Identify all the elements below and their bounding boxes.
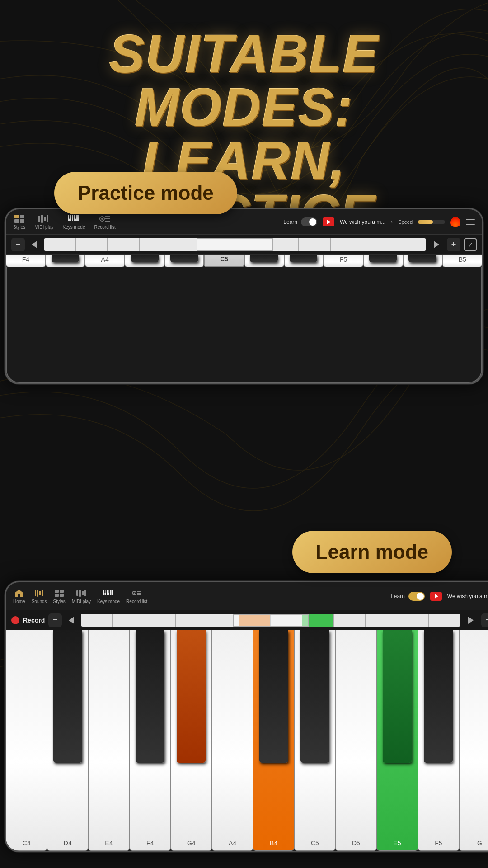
key-label-G4: G4 — [61, 256, 70, 263]
home-icon — [13, 588, 25, 598]
minimap-key — [76, 238, 108, 251]
minimap-key — [44, 238, 76, 251]
key-learn-F5[interactable]: F5 — [418, 630, 459, 851]
svg-rect-24 — [39, 591, 41, 595]
key-learn-E4[interactable]: E4 — [88, 630, 129, 851]
learn-piano-nav: Record − — [6, 610, 488, 630]
toolbar-record-list[interactable]: Record list — [94, 214, 116, 230]
key-learn-B4[interactable]: B4 — [253, 630, 294, 851]
record-list-label: Record list — [94, 225, 116, 230]
key-label-learn-G4: G4 — [187, 840, 196, 847]
key-C5[interactable]: C5 — [204, 255, 244, 267]
key-label-learn-G5: G — [477, 840, 482, 847]
key-learn-G4[interactable]: G4 — [171, 630, 212, 851]
key-label-learn-F4: F4 — [146, 840, 154, 847]
learn-toggle-bottom[interactable]: Learn — [391, 592, 425, 601]
key-A5[interactable]: A5 — [403, 255, 443, 267]
key-learn-D5[interactable]: D5 — [335, 630, 376, 851]
toolbar-styles-bottom[interactable]: Styles — [53, 588, 66, 604]
key-label-learn-C4: C4 — [23, 840, 31, 847]
practice-screen: Styles MIDI play — [5, 208, 483, 384]
key-D5[interactable]: D5 — [244, 255, 284, 267]
speed-label: Speed — [398, 219, 413, 225]
menu-button[interactable] — [466, 219, 475, 225]
keys-minimap[interactable] — [44, 238, 426, 251]
zoom-in-button-bottom[interactable]: + — [481, 613, 488, 627]
styles-icon — [14, 214, 25, 224]
minimap-key — [394, 238, 427, 251]
svg-rect-15 — [73, 215, 74, 219]
key-learn-C4[interactable]: C4 — [6, 630, 47, 851]
styles-label-bottom: Styles — [53, 599, 66, 604]
key-label-B4: B4 — [141, 256, 148, 263]
key-G5[interactable]: G5 — [363, 255, 403, 267]
minimap-key-b — [113, 614, 144, 627]
key-B5[interactable]: B5 — [442, 255, 482, 267]
nav-play-button[interactable] — [430, 238, 443, 251]
svg-rect-2 — [14, 219, 19, 223]
learn-switch[interactable] — [301, 217, 317, 226]
learn-toggle[interactable]: Learn — [283, 217, 317, 226]
key-F5[interactable]: F5 — [324, 255, 363, 267]
toolbar-keys-mode-bottom[interactable]: Keys mode — [97, 588, 120, 604]
key-label-learn-D5: D5 — [352, 840, 360, 847]
key-learn-E5[interactable]: E5 — [377, 630, 418, 851]
svg-rect-1 — [20, 215, 24, 218]
minimap-key-b — [397, 614, 429, 627]
key-G4[interactable]: G4 — [46, 255, 85, 267]
svg-rect-27 — [60, 590, 64, 593]
play-button-bottom[interactable] — [430, 592, 442, 601]
song-chevron-icon[interactable]: › — [391, 219, 393, 225]
learn-piano-keyboard: C4 D4 E4 F4 G4 A4 B4 — [6, 630, 488, 851]
toolbar-sounds[interactable]: Sounds — [32, 588, 47, 604]
key-C4[interactable]: C4 — [164, 255, 204, 267]
key-E5[interactable]: E5 — [284, 255, 324, 267]
key-learn-C5[interactable]: C5 — [294, 630, 335, 851]
learn-phone-frame: Home Sounds — [5, 581, 488, 852]
zoom-in-button[interactable]: + — [447, 238, 460, 251]
key-learn-G5[interactable]: G — [459, 630, 488, 851]
toolbar-record-list-bottom[interactable]: Record list — [126, 588, 147, 604]
scroll-left-button[interactable] — [28, 238, 40, 251]
record-button[interactable]: Record — [23, 617, 45, 624]
play-icon-bottom — [435, 594, 438, 599]
toolbar-midi-play-bottom[interactable]: MIDI play — [72, 588, 91, 604]
nav-play-button-bottom[interactable] — [464, 613, 478, 627]
svg-rect-22 — [35, 590, 36, 596]
key-learn-A4[interactable]: A4 — [212, 630, 253, 851]
key-learn-F4[interactable]: F4 — [130, 630, 171, 851]
speed-slider[interactable] — [418, 220, 445, 224]
practice-piano-nav: − — [6, 235, 482, 255]
practice-phone-frame: Styles MIDI play — [5, 208, 483, 384]
toolbar-keys-mode[interactable]: Keys mode — [62, 214, 85, 230]
key-label-learn-B4: B4 — [270, 840, 277, 847]
title-line1: SUITABLE MODES: — [109, 24, 379, 137]
play-button[interactable] — [323, 217, 334, 226]
key-learn-D4[interactable]: D4 — [47, 630, 88, 851]
toolbar-midi-play[interactable]: MIDI play — [34, 214, 53, 230]
keys-minimap-bottom[interactable] — [81, 614, 460, 627]
fullscreen-button[interactable] — [464, 238, 477, 251]
svg-rect-42 — [109, 590, 111, 593]
key-label-E5: E5 — [300, 256, 308, 263]
zoom-out-button[interactable]: − — [11, 238, 25, 251]
toolbar-home[interactable]: Home — [13, 588, 25, 604]
key-F4[interactable]: F4 — [6, 255, 46, 267]
learn-switch-bottom[interactable] — [408, 592, 425, 601]
midi-play-icon-bottom — [75, 588, 87, 598]
toggle-knob-bottom — [417, 593, 424, 600]
record-area[interactable]: Record — [11, 616, 45, 624]
speed-fill — [418, 220, 433, 224]
svg-rect-4 — [38, 216, 40, 222]
practice-mode-bubble[interactable]: Practice mode — [54, 172, 237, 214]
learn-mode-bubble[interactable]: Learn mode — [292, 531, 452, 573]
midi-play-label-bottom: MIDI play — [72, 599, 91, 604]
toolbar-styles[interactable]: Styles — [13, 214, 25, 230]
midi-play-label: MIDI play — [34, 225, 53, 230]
svg-rect-26 — [55, 590, 59, 593]
scroll-left-button-bottom[interactable] — [66, 613, 77, 627]
svg-rect-13 — [77, 215, 79, 221]
key-A4[interactable]: A4 — [85, 255, 125, 267]
key-B4[interactable]: B4 — [125, 255, 164, 267]
zoom-out-button-bottom[interactable]: − — [48, 613, 62, 627]
